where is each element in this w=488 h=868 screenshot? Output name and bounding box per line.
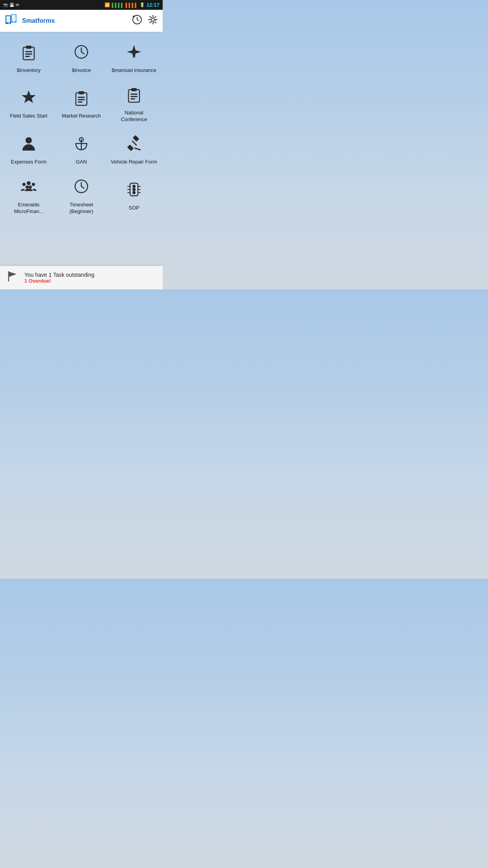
grid-item-insurance[interactable]: $mansad insurance xyxy=(108,37,160,78)
main-content: $Inventory $Invoice $mansad insurance Fi… xyxy=(0,32,163,266)
logo-icon xyxy=(5,12,20,30)
svg-rect-12 xyxy=(25,53,32,55)
svg-rect-10 xyxy=(26,46,31,49)
grid-item-label-national-conference: National Conference xyxy=(111,110,157,123)
svg-marker-17 xyxy=(22,90,36,103)
battery-icon: 🔋 xyxy=(139,2,145,7)
svg-point-48 xyxy=(132,191,136,194)
app-header: Smatforms xyxy=(0,10,163,32)
mail-icon: ✉ xyxy=(16,3,19,7)
svg-rect-4 xyxy=(8,23,10,24)
svg-rect-33 xyxy=(133,135,139,142)
svg-line-16 xyxy=(81,52,84,54)
settings-button[interactable] xyxy=(148,15,158,27)
grid-item-label-sop: SOP xyxy=(128,205,139,211)
grid-item-field-sales[interactable]: Field Sales Start xyxy=(3,79,54,127)
notification-overdue: 1 Overdue! xyxy=(24,278,94,284)
svg-point-47 xyxy=(132,188,136,191)
svg-rect-20 xyxy=(78,97,85,98)
group-icon-emeralds xyxy=(19,177,38,199)
clipboard-icon-market-research xyxy=(72,88,91,110)
svg-rect-13 xyxy=(25,56,30,57)
grid-item-sop[interactable]: SOP xyxy=(108,171,160,219)
grid-item-gan[interactable]: GAN xyxy=(56,129,107,170)
airplane-icon-insurance xyxy=(125,42,143,64)
grid-item-label-emeralds: Emeralds MicroFinan... xyxy=(6,202,52,215)
grid-item-label-expenses: Expenses Form xyxy=(11,159,46,166)
svg-rect-24 xyxy=(131,88,137,91)
status-bar-left: 📷 💾 ✉ xyxy=(3,3,19,7)
clipboard-icon-inventory xyxy=(19,42,38,64)
clock-icon-invoice xyxy=(72,42,91,64)
svg-line-36 xyxy=(135,148,140,150)
svg-line-44 xyxy=(81,186,84,188)
grid-item-label-inventory: $Inventory xyxy=(17,67,41,74)
svg-rect-21 xyxy=(78,99,85,100)
clipboard-icon-national-conference xyxy=(125,85,143,107)
grid-item-label-market-research: Market Research xyxy=(62,113,101,120)
app-grid: $Inventory $Invoice $mansad insurance Fi… xyxy=(3,37,160,219)
svg-rect-26 xyxy=(130,96,138,97)
notification-flag-icon xyxy=(6,270,19,285)
svg-rect-27 xyxy=(130,98,135,99)
svg-point-37 xyxy=(27,181,31,185)
grid-item-vehicle-repair[interactable]: Vehicle Repair Form xyxy=(108,129,160,170)
svg-point-7 xyxy=(151,18,154,21)
logo-container: Smatforms xyxy=(5,12,55,30)
svg-line-35 xyxy=(132,141,136,145)
header-actions xyxy=(132,15,158,27)
notification-text-wrap: You have 1 Task outstanding 1 Overdue! xyxy=(24,272,94,284)
notification-text: You have 1 Task outstanding xyxy=(24,272,94,278)
clock-icon-timesheet xyxy=(72,177,91,199)
svg-rect-22 xyxy=(78,101,83,103)
grid-item-expenses[interactable]: Expenses Form xyxy=(3,129,54,170)
svg-point-46 xyxy=(132,185,136,188)
grid-item-label-vehicle-repair: Vehicle Repair Form xyxy=(111,159,157,166)
camera-icon: 📷 xyxy=(3,3,8,7)
grid-item-timesheet[interactable]: Timesheet (Beginner) xyxy=(56,171,107,219)
notification-bar[interactable]: You have 1 Task outstanding 1 Overdue! xyxy=(0,266,163,289)
svg-rect-25 xyxy=(130,94,138,95)
signal-green-icon: ▌▌▌▌ xyxy=(112,3,124,7)
history-button[interactable] xyxy=(132,15,142,27)
person-icon-expenses xyxy=(19,134,38,156)
svg-rect-3 xyxy=(12,15,16,21)
grid-item-market-research[interactable]: Market Research xyxy=(56,79,107,127)
status-bar: 📷 💾 ✉ 📶 ▌▌▌▌ ▌▌▌▌ 🔋 12:17 xyxy=(0,0,163,10)
star-icon-field-sales xyxy=(19,88,38,110)
svg-rect-11 xyxy=(25,51,32,52)
status-bar-right: 📶 ▌▌▌▌ ▌▌▌▌ 🔋 12:17 xyxy=(105,2,160,8)
signal-orange-icon: ▌▌▌▌ xyxy=(126,3,138,7)
wifi-icon: 📶 xyxy=(105,2,110,7)
svg-rect-29 xyxy=(27,146,31,147)
grid-item-emeralds[interactable]: Emeralds MicroFinan... xyxy=(3,171,54,219)
grid-item-inventory[interactable]: $Inventory xyxy=(3,37,54,78)
grid-item-label-gan: GAN xyxy=(76,159,87,166)
svg-rect-19 xyxy=(79,91,84,94)
svg-point-41 xyxy=(29,186,32,189)
svg-point-40 xyxy=(26,186,29,189)
grid-item-label-invoice: $Invoice xyxy=(72,67,91,74)
logo-text: Smatforms xyxy=(22,17,55,24)
gavel-icon-vehicle-repair xyxy=(125,134,143,156)
svg-point-38 xyxy=(22,183,26,186)
sd-card-icon: 💾 xyxy=(9,3,14,7)
svg-rect-34 xyxy=(127,145,134,151)
grid-item-label-field-sales: Field Sales Start xyxy=(10,113,47,120)
status-time: 12:17 xyxy=(147,2,160,8)
svg-point-39 xyxy=(32,183,35,186)
grid-item-national-conference[interactable]: National Conference xyxy=(108,79,160,127)
svg-point-28 xyxy=(26,137,32,143)
grid-item-invoice[interactable]: $Invoice xyxy=(56,37,107,78)
anchor-icon-gan xyxy=(72,134,91,156)
grid-item-label-insurance: $mansad insurance xyxy=(112,67,156,74)
traffic-light-icon-sop xyxy=(125,180,143,202)
svg-rect-1 xyxy=(6,16,10,22)
grid-item-label-timesheet: Timesheet (Beginner) xyxy=(58,202,105,215)
svg-rect-5 xyxy=(13,22,15,22)
